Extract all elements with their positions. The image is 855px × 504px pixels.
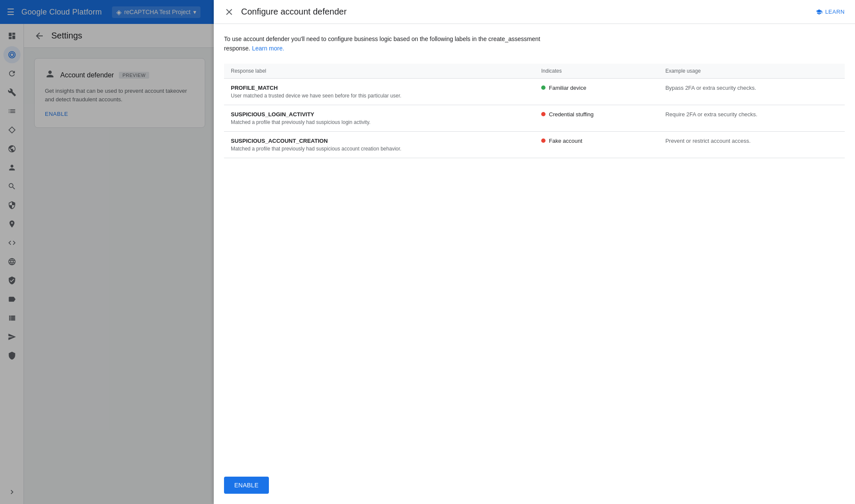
response-table: Response label Indicates Example usage P… xyxy=(224,64,845,158)
learn-button-label: LEARN xyxy=(825,9,845,15)
learn-button[interactable]: LEARN xyxy=(816,9,845,15)
dialog-body: To use account defender you'll need to c… xyxy=(214,24,855,466)
dialog-intro-text: To use account defender you'll need to c… xyxy=(224,34,566,53)
dialog-close-button[interactable] xyxy=(224,7,234,17)
response-label-cell: SUSPICIOUS_ACCOUNT_CREATIONMatched a pro… xyxy=(224,131,534,158)
indicates-cell: Credential stuffing xyxy=(534,105,658,131)
example-usage-text: Prevent or restrict account access. xyxy=(665,138,750,144)
response-label-name: PROFILE_MATCH xyxy=(231,85,528,91)
table-row: PROFILE_MATCHUser matched a trusted devi… xyxy=(224,78,845,105)
dialog-enable-button[interactable]: ENABLE xyxy=(224,477,269,494)
indicates-cell: Familiar device xyxy=(534,78,658,105)
dialog-panel: Configure account defender LEARN To use … xyxy=(214,0,855,504)
indicates-text: Familiar device xyxy=(549,85,586,91)
example-cell: Prevent or restrict account access. xyxy=(658,131,845,158)
example-cell: Require 2FA or extra security checks. xyxy=(658,105,845,131)
response-label-desc: User matched a trusted device we have se… xyxy=(231,93,528,99)
indicates-text: Fake account xyxy=(549,138,582,144)
status-dot xyxy=(541,112,545,116)
example-usage-text: Bypass 2FA or extra security checks. xyxy=(665,85,756,91)
table-row: SUSPICIOUS_LOGIN_ACTIVITYMatched a profi… xyxy=(224,105,845,131)
table-header-example: Example usage xyxy=(658,64,845,79)
status-dot xyxy=(541,85,545,90)
dialog-title: Configure account defender xyxy=(241,7,809,17)
example-cell: Bypass 2FA or extra security checks. xyxy=(658,78,845,105)
dialog-header: Configure account defender LEARN xyxy=(214,0,855,24)
dialog-overlay: Configure account defender LEARN To use … xyxy=(0,0,855,504)
response-label-cell: PROFILE_MATCHUser matched a trusted devi… xyxy=(224,78,534,105)
dialog-footer: ENABLE xyxy=(214,466,855,504)
response-label-desc: Matched a profile that previously had su… xyxy=(231,119,528,125)
table-row: SUSPICIOUS_ACCOUNT_CREATIONMatched a pro… xyxy=(224,131,845,158)
response-label-cell: SUSPICIOUS_LOGIN_ACTIVITYMatched a profi… xyxy=(224,105,534,131)
status-dot xyxy=(541,139,545,143)
learn-more-link[interactable]: Learn more. xyxy=(252,45,284,52)
indicates-text: Credential stuffing xyxy=(549,111,594,118)
response-label-desc: Matched a profile that previously had su… xyxy=(231,146,528,152)
table-header-label: Response label xyxy=(224,64,534,79)
indicates-cell: Fake account xyxy=(534,131,658,158)
response-label-name: SUSPICIOUS_LOGIN_ACTIVITY xyxy=(231,111,528,118)
response-label-name: SUSPICIOUS_ACCOUNT_CREATION xyxy=(231,138,528,144)
table-header-indicates: Indicates xyxy=(534,64,658,79)
example-usage-text: Require 2FA or extra security checks. xyxy=(665,111,757,118)
